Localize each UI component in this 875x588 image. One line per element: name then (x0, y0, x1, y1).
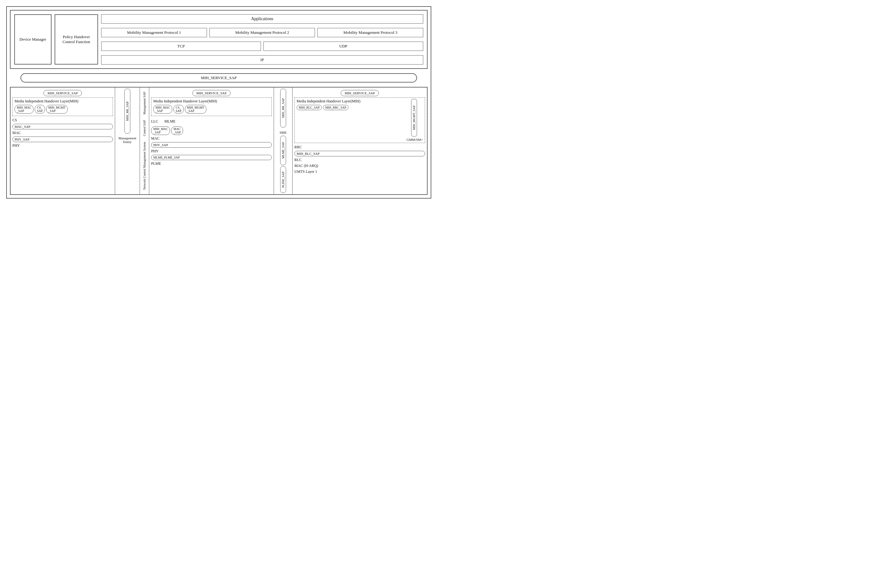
col2-cs-sap: CS_SAP (174, 105, 183, 114)
main-diagram: Device Manager Policy Handover Control F… (6, 6, 431, 199)
udp-label: UDP (339, 44, 347, 48)
col3-mih-layer-label: Media Independent Handover Layer(MIH) (297, 99, 361, 104)
top-mih-sap-label: MIH_SERVICE_SAP (201, 75, 237, 80)
mmp3-label: Mobility Management Protocol 3 (343, 30, 397, 35)
ncms-col: Management SAP Control SAP Network Contr… (140, 87, 149, 194)
col2-mih-layer: Media Independent Handover Layer(MIH) MI… (151, 98, 272, 116)
gmm-label: GMM/SM+ (406, 138, 423, 141)
applications-box: Applications (101, 14, 423, 24)
col1-phy-sap: PHY_SAP (12, 136, 113, 142)
tcp-label: TCP (177, 44, 185, 48)
col3-rlc-sap2: MIH_RLC_SAP (294, 151, 425, 156)
col3-mac-harq: MAC (H-ARQ) (294, 164, 425, 168)
management-entity-label: Management Entity (116, 136, 139, 144)
col3-rrc-sap: MIH_RRC_SAP (323, 105, 348, 110)
column-2: MIH_SERVICE_SAP Media Independent Handov… (149, 87, 274, 194)
col1-mih-layer: Media Independent Handover Layer(MIH) MI… (12, 98, 113, 116)
right-stack: Applications Mobility Management Protoco… (101, 14, 423, 64)
col3-mih-sap-label: MIH_SERVICE_SAP (345, 91, 375, 95)
col2-right-saps: MIH_ME_SAP SME MLME_SAP PLINE_SAP (274, 87, 292, 194)
col2-mih-mac-sap: MIH_MAC_SAP (153, 105, 172, 114)
col2-mih-mgmt-sap: MIH_MGMT_SAP (185, 105, 207, 114)
col1-cs-label: CS (12, 118, 113, 123)
col1-mih-layer-label: Media Independent Handover Layer(MIH) (15, 99, 111, 104)
col3-mih-service-sap: MIH_SERVICE_SAP (341, 90, 379, 96)
col1-mih-mac-sap: MIH_MAC_SAP (15, 105, 33, 114)
applications-label: Applications (251, 16, 273, 21)
ncms-name-label: Network Control Management System (141, 141, 147, 191)
tcp-udp-row: TCP UDP (101, 42, 423, 51)
col2-phy-sap: PHY_SAP (151, 142, 272, 148)
col2-mac-sap2: MAC_SAP (171, 126, 183, 135)
col2-mih-mac-sap2: MIH_MAC_SAP (151, 126, 170, 135)
mmp2-box: Mobility Management Protocol 2 (210, 28, 315, 37)
mlme-sap-vert: MLME_SAP (280, 136, 286, 165)
policy-box: Policy Handover Control Function (55, 14, 98, 64)
col3-rlc-sap: MIH_RLC_SAP (297, 105, 322, 110)
col3-mih-me-sap: MIH_MGMT_SAP (411, 99, 417, 136)
sme-label: SME (280, 130, 287, 134)
col1-mih-mgmt-sap: MIH_MGMT_SAP (46, 105, 68, 114)
col1-mih-service-sap: MIH_SERVICE_SAP (43, 90, 82, 96)
ip-box: IP (101, 55, 423, 64)
management-entity-col: MIH_ME_SAP Management Entity (115, 87, 140, 194)
column-3: MIH_SERVICE_SAP Media Independent Handov… (292, 87, 427, 194)
ncms-label: Management SAP (141, 91, 147, 116)
col2-plme-sap: MLME_PLME_SAP (151, 155, 272, 160)
col2-llc: LLC (151, 119, 158, 124)
mmp1-box: Mobility Management Protocol 1 (101, 28, 207, 37)
mmp1-label: Mobility Management Protocol 1 (127, 30, 181, 35)
col1-mac-label: MAC (12, 130, 113, 135)
col2-mlme: MLME (165, 119, 175, 124)
col2-mih-me-sap: MIH_ME_SAP (280, 89, 286, 128)
col1-mac-sap: MAC_SAP (12, 124, 113, 129)
col2-mac: MAC (151, 136, 272, 141)
col3-rrc: RRC (294, 145, 425, 150)
col2-mih-service-sap: MIH_SERVICE_SAP (192, 90, 231, 96)
col1-cs-sap: CS_SAP (35, 105, 45, 114)
bottom-section: MIH_SERVICE_SAP Media Independent Handov… (10, 87, 428, 195)
col2-mih-layer-label: Media Independent Handover Layer(MIH) (153, 99, 270, 104)
col2-llc-mlme-row: LLC MLME (151, 118, 272, 125)
col3-rlc: RLC (294, 158, 425, 162)
col3-mih-layer: Media Independent Handover Layer(MIH) MI… (294, 98, 425, 143)
mmp3-box: Mobility Management Protocol 3 (318, 28, 423, 37)
pline-sap-vert: PLINE_SAP (280, 166, 286, 193)
tcp-box: TCP (101, 42, 261, 51)
col2-plme: PLME (151, 161, 272, 166)
mmp2-label: Mobility Management Protocol 2 (235, 30, 289, 35)
device-manager-label: Device Manager (19, 37, 46, 42)
column-1: MIH_SERVICE_SAP Media Independent Handov… (10, 87, 115, 194)
control-sap-label: Control SAP (141, 119, 147, 137)
ip-label: IP (260, 57, 264, 62)
col2-mih-sap-label: MIH_SERVICE_SAP (196, 91, 227, 95)
top-mih-service-sap: MIH_SERVICE_SAP (21, 73, 417, 82)
top-section: Device Manager Policy Handover Control F… (10, 10, 428, 69)
mmp-row: Mobility Management Protocol 1 Mobility … (101, 28, 423, 37)
device-manager-box: Device Manager (14, 14, 51, 64)
udp-box: UDP (264, 42, 423, 51)
policy-label: Policy Handover Control Function (58, 34, 95, 44)
col1-phy-label: PHY (12, 143, 113, 148)
col1-mih-me-sap: MIH_ME_SAP (124, 89, 130, 134)
col2-phy: PHY (151, 149, 272, 154)
col1-mih-sap-label: MIH_SERVICE_SAP (48, 91, 78, 95)
col3-umts: UMTS Layer 1 (294, 170, 425, 174)
